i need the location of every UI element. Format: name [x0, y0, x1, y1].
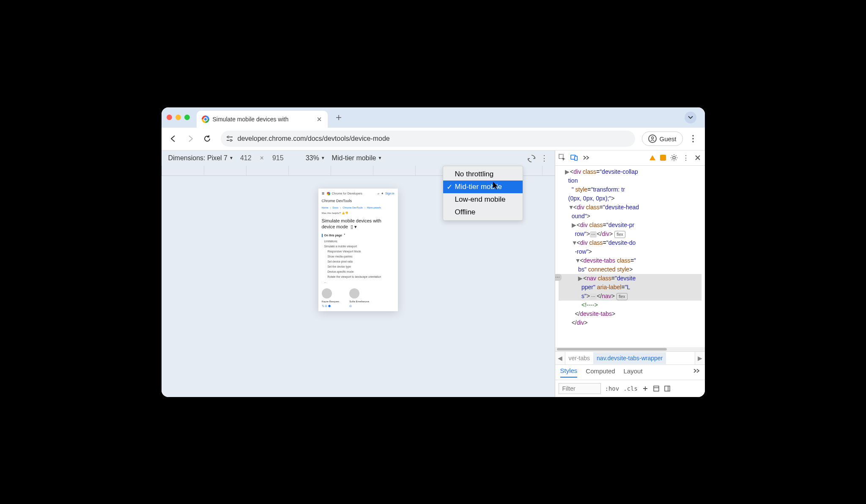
breadcrumb-next[interactable]: ▶	[695, 352, 705, 364]
url-bar[interactable]: developer.chrome.com/docs/devtools/devic…	[221, 131, 636, 147]
settings-gear-icon[interactable]	[670, 154, 678, 162]
toc-item: Show media queries	[322, 255, 395, 258]
svg-rect-12	[574, 156, 577, 160]
rotate-icon[interactable]	[527, 154, 535, 162]
warning-badge-icon[interactable]	[660, 155, 666, 161]
toc-item: Device-specific mode	[322, 270, 395, 273]
zoom-dropdown[interactable]: 33% ▼	[306, 154, 325, 162]
hov-button[interactable]: :hov	[605, 385, 619, 392]
crumb: Chrome DevTools	[343, 206, 363, 209]
guest-avatar-icon	[648, 134, 657, 143]
svg-point-8	[692, 138, 694, 140]
svg-point-13	[673, 156, 675, 159]
width-value[interactable]: 412	[240, 154, 252, 162]
elements-breadcrumb: ◀ ver-tabs nav.devsite-tabs-wrapper ▶	[555, 351, 705, 365]
author: Kayce Basques 𝕏 ⊙ ⬢	[322, 288, 340, 308]
profile-button[interactable]: Guest	[642, 131, 682, 146]
cls-button[interactable]: .cls	[623, 385, 638, 392]
author-links: 𝕏 ⊙ ⬢	[322, 304, 331, 308]
height-value[interactable]: 915	[272, 154, 284, 162]
chrome-favicon	[202, 115, 209, 123]
frame-helpful: Was this helpful? 👍 👎	[322, 211, 395, 214]
close-tab-button[interactable]	[316, 116, 323, 123]
author-name: Kayce Basques	[322, 300, 340, 303]
svg-rect-1	[230, 137, 233, 137]
computed-toggle-icon[interactable]	[653, 385, 660, 392]
toc-item: ...	[322, 280, 395, 283]
throttling-dropdown[interactable]: Mid-tier mobile ▼	[332, 154, 382, 162]
avatar	[322, 288, 332, 299]
throttle-option-none[interactable]: No throttling	[443, 168, 523, 181]
svg-point-5	[230, 140, 232, 141]
more-tabs-icon[interactable]	[582, 154, 590, 162]
toc-item: Set the device type	[322, 265, 395, 268]
theme-icon: ☀	[381, 192, 384, 195]
frame-toc-header: On this page ˅	[322, 234, 395, 237]
svg-point-7	[692, 135, 694, 137]
dimensions-dropdown[interactable]: Dimensions: Pixel 7 ▼	[168, 154, 233, 162]
elements-panel[interactable]: ▶<div class="devsite-collap tion " style…	[555, 166, 705, 347]
device-toggle-icon[interactable]	[570, 154, 578, 162]
device-toolbar: Dimensions: Pixel 7 ▼ 412 × 915 33% ▼ Mi…	[162, 151, 555, 166]
reload-button[interactable]	[200, 132, 214, 145]
frame-logo-text: Chrome for Developers	[332, 192, 376, 195]
author: Sofia Emelianova ⊙	[349, 288, 369, 308]
browser-window: Simulate mobile devices with	[162, 107, 705, 397]
throttle-option-offline[interactable]: Offline	[443, 206, 523, 219]
frame-page-title: Chrome DevTools	[322, 199, 395, 203]
hamburger-icon: ☰	[322, 192, 325, 195]
crumb: Home	[322, 206, 329, 209]
styles-filter-input[interactable]	[559, 383, 601, 394]
devtools-menu-icon[interactable]: ⋮	[682, 154, 690, 162]
maximize-window-button[interactable]	[184, 115, 190, 120]
site-settings-icon[interactable]	[226, 135, 233, 142]
tab-title: Simulate mobile devices with	[213, 116, 312, 123]
frame-h1: Simulate mobile devices with device mode…	[322, 218, 395, 230]
throttle-option-mid[interactable]: Mid-tier mobile	[443, 181, 523, 193]
crumb: More panels	[367, 206, 381, 209]
devtools-close-icon[interactable]	[694, 154, 702, 162]
more-tabs-icon[interactable]	[693, 368, 700, 376]
forward-button[interactable]	[184, 132, 197, 145]
svg-point-6	[652, 137, 654, 139]
back-button[interactable]	[167, 132, 180, 145]
device-toolbar-menu[interactable]: ⋮	[540, 153, 548, 163]
crumb: Docs	[333, 206, 339, 209]
toc-item: Simulate a mobile viewport	[322, 245, 395, 248]
tab-list-button[interactable]	[685, 112, 696, 123]
tab-styles[interactable]: Styles	[560, 367, 578, 378]
svg-point-9	[692, 141, 694, 142]
breadcrumb-prev[interactable]: ◀	[555, 352, 565, 364]
horizontal-scrollbar[interactable]	[555, 347, 705, 351]
avatar	[349, 288, 359, 299]
minimize-window-button[interactable]	[175, 115, 181, 120]
frame-breadcrumbs: Home› Docs› Chrome DevTools› More panels	[322, 206, 395, 209]
close-window-button[interactable]	[167, 115, 172, 120]
author-links: ⊙	[349, 304, 352, 308]
throttling-selected: Mid-tier mobile	[332, 154, 376, 162]
tab-bar: Simulate mobile devices with	[162, 107, 705, 128]
tab-layout[interactable]: Layout	[624, 367, 643, 377]
breadcrumb-item-selected[interactable]: nav.devsite-tabs-wrapper	[593, 352, 666, 364]
throttling-menu: No throttling Mid-tier mobile Low-end mo…	[443, 166, 523, 221]
panel-layout-icon[interactable]	[664, 385, 671, 392]
chevron-down-icon: ▼	[321, 156, 325, 160]
browser-tab[interactable]: Simulate mobile devices with	[197, 111, 328, 128]
author-name: Sofia Emelianova	[349, 300, 369, 303]
breadcrumb-item[interactable]: ver-tabs	[565, 355, 594, 362]
browser-menu-button[interactable]	[686, 132, 700, 145]
tab-computed[interactable]: Computed	[586, 367, 615, 377]
new-tab-button[interactable]	[333, 112, 345, 123]
inspect-icon[interactable]	[559, 154, 566, 162]
signin-link: Sign in	[385, 192, 394, 195]
scrollbar-thumb[interactable]	[557, 348, 667, 351]
new-style-button[interactable]	[642, 385, 649, 392]
throttle-option-low[interactable]: Low-end mobile	[443, 193, 523, 206]
warning-triangle-icon[interactable]	[649, 154, 656, 161]
chrome-logo-icon	[327, 192, 330, 195]
device-frame[interactable]: ☰ Chrome for Developers ⌕ ☀ Sign in Chro…	[318, 189, 398, 312]
styles-filter-bar: :hov .cls	[555, 380, 705, 397]
toc-item: Responsive Viewport Mode	[322, 250, 395, 253]
search-icon: ⌕	[378, 192, 379, 195]
zoom-value: 33%	[306, 154, 319, 162]
